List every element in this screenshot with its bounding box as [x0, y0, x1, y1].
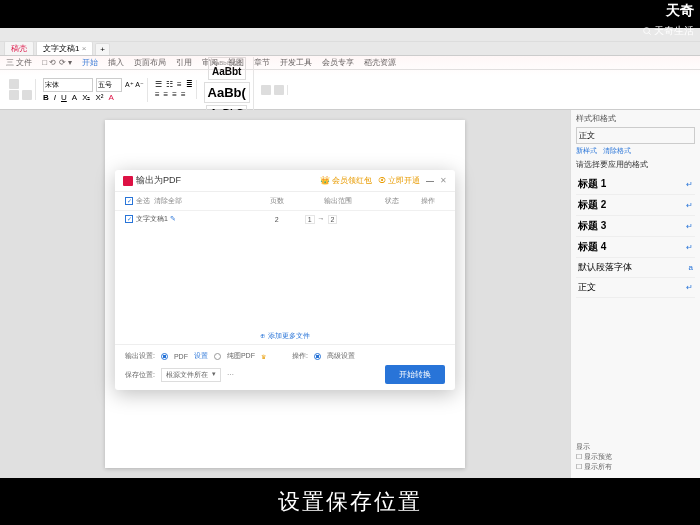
- clear-format-link[interactable]: 清除格式: [603, 146, 631, 156]
- menu-extra[interactable]: 稻壳资源: [364, 57, 396, 68]
- watermark-brand-top: 天奇: [666, 2, 694, 20]
- dialog-title: 输出为PDF: [136, 174, 181, 187]
- file-checkbox[interactable]: ✓: [125, 215, 133, 223]
- menu-start[interactable]: 开始: [82, 57, 98, 68]
- browse-icon[interactable]: ⋯: [227, 371, 234, 379]
- menu-bar: 三 文件 □ ⟲ ⟳ ▾ 开始 插入 页面布局 引用 审阅 视图 章节 开发工具…: [0, 56, 700, 70]
- cut-icon[interactable]: [9, 90, 19, 100]
- ribbon: 宋体 五号 A⁺ A⁻ B I U A X₂ X² A ☰ ☷ ≡ ≣: [0, 70, 700, 110]
- list-number-icon[interactable]: ☷: [166, 80, 173, 89]
- list-bullet-icon[interactable]: ☰: [155, 80, 162, 89]
- document-canvas[interactable]: 大道至 输出为PDF 👑 会员领红包 ⦿ 立即开通 — ✕ ✓全选 清除全部 页…: [0, 110, 570, 478]
- style-item[interactable]: 标题 3↵: [576, 216, 695, 237]
- menu-vip[interactable]: 会员专享: [322, 57, 354, 68]
- style-item[interactable]: 标题 2↵: [576, 195, 695, 216]
- style-item[interactable]: 标题 1↵: [576, 174, 695, 195]
- settings-link[interactable]: 设置: [194, 351, 208, 361]
- bold-button[interactable]: B: [43, 93, 49, 102]
- show-all[interactable]: ☐ 显示所有: [576, 462, 612, 472]
- svg-point-0: [644, 28, 650, 34]
- radio-image-pdf[interactable]: [214, 353, 221, 360]
- radio-pdf[interactable]: [161, 353, 168, 360]
- select-all-checkbox[interactable]: ✓: [125, 197, 133, 205]
- replace-icon[interactable]: [274, 85, 284, 95]
- export-pdf-dialog: 输出为PDF 👑 会员领红包 ⦿ 立即开通 — ✕ ✓全选 清除全部 页数 输出…: [115, 170, 455, 390]
- svg-line-1: [649, 33, 651, 35]
- watermark-brand-full: 天奇生活: [642, 24, 694, 38]
- page-range[interactable]: 1→2: [305, 215, 372, 224]
- file-row: ✓文字文稿1 ✎ 2 1→2: [115, 211, 455, 227]
- italic-button[interactable]: I: [54, 93, 56, 102]
- add-files-link[interactable]: ⊕ 添加更多文件: [115, 328, 455, 344]
- show-preview[interactable]: ☐ 显示预览: [576, 452, 612, 462]
- menu-section[interactable]: 章节: [254, 57, 270, 68]
- help-link[interactable]: 👑 会员领红包: [320, 175, 372, 186]
- radio-advanced[interactable]: [314, 353, 321, 360]
- new-style-link[interactable]: 新样式: [576, 146, 597, 156]
- font-name-select[interactable]: 宋体: [43, 78, 93, 92]
- align-left-icon[interactable]: ≡: [155, 90, 160, 99]
- vip-link[interactable]: ⦿ 立即开通: [378, 175, 420, 186]
- font-size-select[interactable]: 五号: [96, 78, 122, 92]
- menu-ref[interactable]: 引用: [176, 57, 192, 68]
- format-painter-icon[interactable]: [22, 90, 32, 100]
- current-style[interactable]: 正文: [576, 127, 695, 144]
- menu-insert[interactable]: 插入: [108, 57, 124, 68]
- paste-icon[interactable]: [9, 79, 19, 89]
- menu-dev[interactable]: 开发工具: [280, 57, 312, 68]
- find-icon[interactable]: [261, 85, 271, 95]
- style-item[interactable]: 标题 4↵: [576, 237, 695, 258]
- style-item[interactable]: 正文↵: [576, 278, 695, 298]
- styles-panel: 样式和格式 正文 新样式 清除格式 请选择要应用的格式 标题 1↵ 标题 2↵ …: [570, 110, 700, 478]
- close-icon[interactable]: ✕: [440, 176, 447, 185]
- document-tabs: 稿壳 文字文稿1 × +: [0, 42, 700, 56]
- pdf-icon: [123, 176, 133, 186]
- menu-file[interactable]: 三 文件: [6, 57, 32, 68]
- underline-button[interactable]: U: [61, 93, 67, 102]
- tab-home[interactable]: 稿壳: [4, 41, 34, 55]
- start-convert-button[interactable]: 开始转换: [385, 365, 445, 384]
- tab-document[interactable]: 文字文稿1 ×: [36, 41, 93, 55]
- tab-add[interactable]: +: [95, 43, 110, 55]
- video-subtitle: 设置保存位置: [278, 487, 422, 517]
- menu-layout[interactable]: 页面布局: [134, 57, 166, 68]
- window-title-bar: [0, 28, 700, 42]
- style-item[interactable]: 默认段落字体a: [576, 258, 695, 278]
- save-location-dropdown[interactable]: 根源文件所在▾: [161, 368, 221, 382]
